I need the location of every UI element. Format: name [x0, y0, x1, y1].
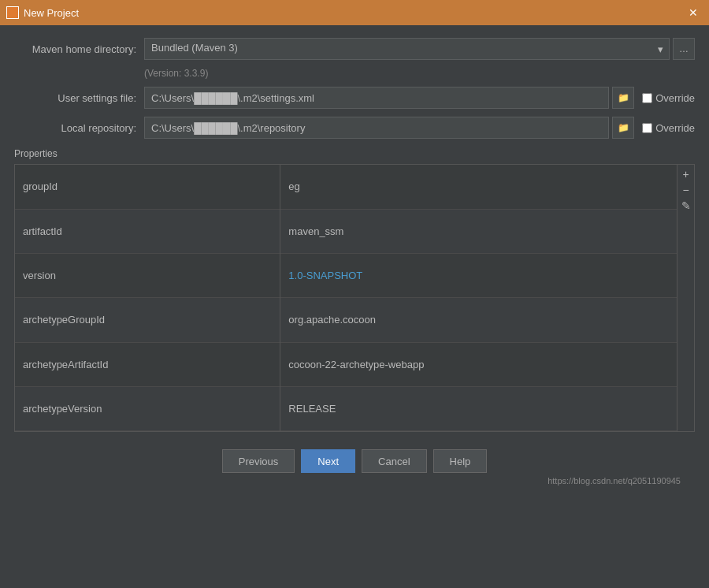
- user-settings-override-label: Override: [655, 92, 695, 104]
- table-row[interactable]: artifactIdmaven_ssm: [15, 209, 677, 253]
- maven-home-label: Maven home directory:: [14, 43, 144, 55]
- property-key: version: [15, 254, 280, 298]
- property-key: archetypeVersion: [15, 386, 280, 430]
- maven-home-dropdown-arrow[interactable]: ▾: [652, 38, 670, 60]
- app-icon: [6, 6, 19, 19]
- table-row[interactable]: archetypeArtifactIdcocoon-22-archetype-w…: [15, 342, 677, 386]
- add-property-button[interactable]: +: [678, 166, 694, 182]
- user-settings-browse-button[interactable]: 📁: [612, 87, 634, 109]
- edit-property-button[interactable]: ✎: [678, 198, 694, 214]
- help-button[interactable]: Help: [433, 449, 488, 473]
- user-settings-input[interactable]: C:\Users\██████\.m2\settings.xml: [144, 87, 609, 109]
- table-row[interactable]: archetypeVersionRELEASE: [15, 386, 677, 430]
- user-settings-override-wrap: Override: [642, 92, 695, 104]
- property-value: cocoon-22-archetype-webapp: [280, 342, 677, 386]
- dialog-title: New Project: [24, 7, 79, 19]
- local-repo-label: Local repository:: [14, 122, 144, 134]
- maven-version-info: (Version: 3.3.9): [144, 68, 695, 79]
- local-repo-row: Local repository: C:\Users\██████\.m2\re…: [14, 117, 695, 139]
- previous-button[interactable]: Previous: [222, 449, 295, 473]
- property-value: maven_ssm: [280, 209, 677, 253]
- maven-home-row: Maven home directory: Bundled (Maven 3) …: [14, 38, 695, 60]
- property-value: eg: [280, 165, 677, 209]
- property-value: 1.0-SNAPSHOT: [280, 254, 677, 298]
- user-settings-row: User settings file: C:\Users\██████\.m2\…: [14, 87, 695, 109]
- maven-home-browse-button[interactable]: …: [673, 38, 695, 60]
- properties-table: groupIdegartifactIdmaven_ssmversion1.0-S…: [15, 165, 677, 431]
- property-key: artifactId: [15, 209, 280, 253]
- table-row[interactable]: groupIdeg: [15, 165, 677, 209]
- properties-sidebar: + − ✎: [677, 165, 694, 431]
- close-button[interactable]: ✕: [684, 5, 703, 20]
- property-key: archetypeGroupId: [15, 298, 280, 342]
- property-key: groupId: [15, 165, 280, 209]
- properties-table-wrap: groupIdegartifactIdmaven_ssmversion1.0-S…: [14, 164, 695, 432]
- maven-home-combo-wrap: Bundled (Maven 3) ▾: [144, 38, 670, 60]
- user-settings-label: User settings file:: [14, 92, 144, 104]
- local-repo-override-label: Override: [655, 122, 695, 134]
- watermark: https://blog.csdn.net/q2051190945: [14, 473, 695, 490]
- local-repo-override-checkbox[interactable]: [642, 123, 652, 133]
- local-repo-input[interactable]: C:\Users\██████\.m2\repository: [144, 117, 609, 139]
- property-key: archetypeArtifactId: [15, 342, 280, 386]
- property-value: RELEASE: [280, 386, 677, 430]
- local-repo-override-wrap: Override: [642, 122, 695, 134]
- table-row[interactable]: version1.0-SNAPSHOT: [15, 254, 677, 298]
- title-bar: New Project ✕: [0, 0, 709, 25]
- maven-home-input[interactable]: Bundled (Maven 3): [144, 38, 652, 60]
- property-value: org.apache.cocoon: [280, 298, 677, 342]
- user-settings-override-checkbox[interactable]: [642, 93, 652, 103]
- cancel-button[interactable]: Cancel: [362, 449, 426, 473]
- local-repo-browse-button[interactable]: 📁: [612, 117, 634, 139]
- properties-section-label: Properties: [14, 148, 695, 159]
- table-row[interactable]: archetypeGroupIdorg.apache.cocoon: [15, 298, 677, 342]
- footer-buttons: Previous Next Cancel Help: [14, 449, 695, 473]
- next-button[interactable]: Next: [301, 449, 355, 473]
- dialog-body: Maven home directory: Bundled (Maven 3) …: [0, 25, 709, 432]
- footer-area: Previous Next Cancel Help https://blog.c…: [0, 441, 709, 498]
- remove-property-button[interactable]: −: [678, 182, 694, 198]
